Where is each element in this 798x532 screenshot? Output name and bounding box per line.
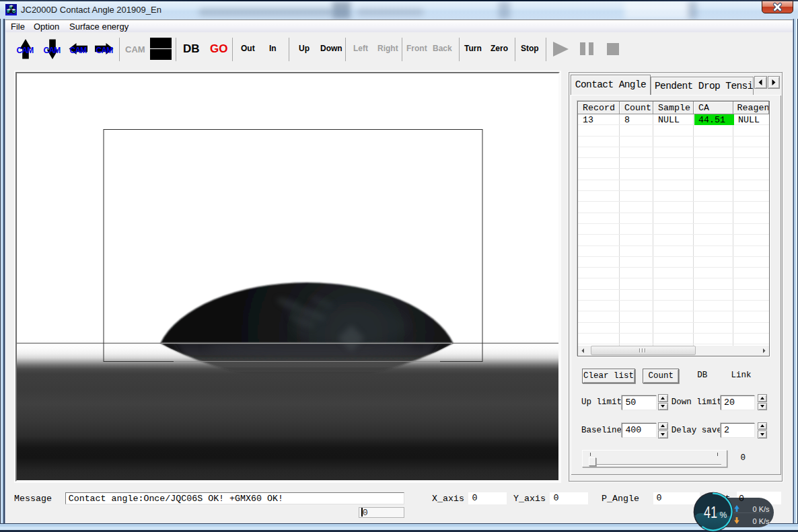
svg-text:0 K/s: 0 K/s (753, 517, 770, 525)
svg-text:%: % (719, 510, 727, 520)
svg-text:41: 41 (704, 503, 717, 521)
svg-text:O: O (13, 9, 16, 13)
svg-text:R: R (7, 9, 10, 13)
svg-text:H: H (9, 5, 12, 9)
svg-text:0 K/s: 0 K/s (753, 505, 770, 513)
